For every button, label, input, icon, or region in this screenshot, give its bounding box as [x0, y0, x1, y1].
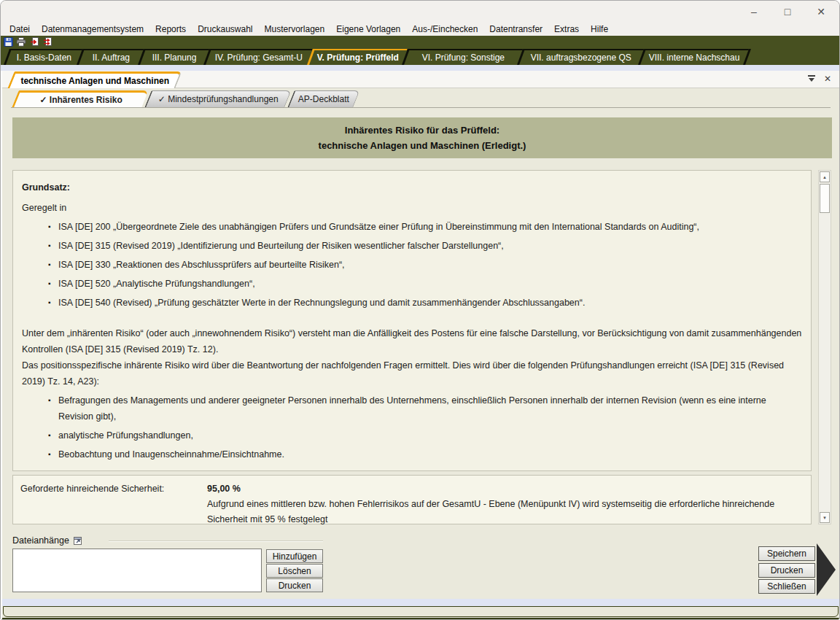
subtab-inhaerentes-risiko[interactable]: ✓ Inhärentes Risiko	[12, 90, 148, 107]
dock-menu-icon[interactable]	[807, 75, 816, 84]
tab-planung[interactable]: III. Planung	[138, 49, 209, 65]
list-item: ISA [DE] 520 „Analytische Prüfungshandlu…	[48, 276, 802, 292]
header-line2: technische Anlagen und Maschinen (Erledi…	[319, 140, 526, 151]
group-line	[109, 540, 323, 542]
title-bar: – □ ✕	[1, 1, 840, 23]
menu-eigene-vorlagen[interactable]: Eigene Vorlagen	[330, 24, 406, 34]
menu-druckauswahl[interactable]: Druckauswahl	[192, 24, 258, 34]
delete-attachment-button[interactable]: Löschen	[266, 564, 323, 578]
grundsatz-label: Grundsatz:	[22, 179, 802, 195]
list-item: Beobachtung und Inaugenscheinnahme/Einsi…	[48, 446, 802, 462]
list-item: ISA [DE] 540 (Revised) „Prüfung geschätz…	[48, 295, 802, 311]
paragraph-inhaerentes-risiko: Unter dem „inhärenten Risiko“ (oder auch…	[22, 325, 802, 357]
menu-datentransfer[interactable]: Datentransfer	[483, 24, 548, 34]
list-item: ISA [DE] 200 „Übergeordnete Ziele des un…	[48, 219, 802, 235]
tab-basis-daten[interactable]: I. Basis-Daten	[4, 49, 82, 65]
check-icon: ✓	[158, 94, 166, 104]
list-item: analytische Prüfungshandlungen,	[48, 427, 802, 443]
document-tab-strip: technische Anlagen und Maschinen ✕	[2, 71, 839, 88]
toolbar	[1, 36, 840, 47]
menu-datei[interactable]: Datei	[4, 24, 36, 34]
assurance-value: 95,00 %	[207, 481, 804, 497]
save-icon[interactable]	[3, 37, 13, 47]
assurance-description: Aufgrund eines mittleren bzw. hohen Fehl…	[207, 497, 804, 527]
procedure-list: Befragungen des Managements und anderer …	[48, 392, 802, 462]
divider-strip-bottom	[2, 599, 839, 606]
app-window: – □ ✕ Datei Datenmanagementsystem Report…	[0, 0, 840, 620]
main-tab-bar: I. Basis-Daten II. Auftrag III. Planung …	[1, 47, 840, 65]
scrollbar-thumb[interactable]	[820, 184, 830, 213]
print-button[interactable]: Drucken	[758, 563, 815, 578]
menu-datenmanagementsystem[interactable]: Datenmanagementsystem	[36, 24, 149, 34]
list-item: ISA [DE] 330 „Reaktionen des Abschlusspr…	[48, 257, 802, 273]
status-bar	[3, 606, 839, 617]
print-attachment-button[interactable]: Drucken	[266, 578, 323, 592]
subtab-ap-deckblatt[interactable]: AP-Deckblatt	[287, 90, 359, 107]
sub-tab-divider	[11, 107, 831, 108]
add-attachment-button[interactable]: Hinzufügen	[266, 549, 323, 563]
menu-reports[interactable]: Reports	[149, 24, 192, 34]
regulation-list: ISA [DE] 200 „Übergeordnete Ziele des un…	[48, 219, 802, 311]
menu-aus-einchecken[interactable]: Aus-/Einchecken	[406, 24, 483, 34]
assurance-label: Geforderte hinreichende Sicherheit:	[20, 481, 207, 518]
vertical-scrollbar[interactable]: ▲ ▼	[818, 170, 831, 524]
close-button[interactable]: ✕	[804, 1, 838, 23]
maximize-button[interactable]: □	[771, 1, 804, 23]
check-icon: ✓	[39, 95, 47, 105]
divider-strip-top	[1, 65, 840, 71]
check-in-out-icon[interactable]	[42, 37, 52, 47]
tab-pruefung-gesamt-u[interactable]: IV. Prüfung: Gesamt-U	[203, 49, 313, 65]
geregelt-in-label: Geregelt in	[22, 200, 802, 216]
attachments-label: Dateianhänge	[12, 535, 69, 546]
document-tab-technische-anlagen[interactable]: technische Anlagen und Maschinen	[7, 71, 182, 88]
print-icon[interactable]	[16, 37, 26, 47]
menu-hilfe[interactable]: Hilfe	[585, 24, 614, 34]
paragraph-positionsspezifisch: Das positionsspezifische inhärente Risik…	[22, 357, 802, 390]
content-frame: technische Anlagen und Maschinen ✕ ✓ Inh…	[1, 71, 840, 620]
attachments-listbox[interactable]	[12, 549, 262, 592]
header-line1: Inhärentes Risiko für das Prüffeld:	[345, 125, 499, 136]
tab-auftrag[interactable]: II. Auftrag	[77, 49, 144, 65]
popup-window-icon[interactable]	[73, 536, 82, 546]
list-item: Befragungen des Managements und anderer …	[48, 392, 802, 425]
scroll-up-icon[interactable]: ▲	[820, 171, 830, 182]
list-item: ISA [DE] 315 (Revised 2019) „Identifizie…	[48, 238, 802, 254]
save-button[interactable]: Speichern	[758, 546, 815, 561]
principle-text-panel: Grundsatz: Geregelt in ISA [DE] 200 „Übe…	[12, 170, 812, 471]
menu-extras[interactable]: Extras	[548, 24, 585, 34]
scroll-down-icon[interactable]: ▼	[820, 512, 830, 523]
tab-auftragsbezogene-qs[interactable]: VII. auftragsbezogene QS	[517, 49, 644, 65]
close-document-icon[interactable]: ✕	[822, 73, 833, 85]
close-form-button[interactable]: Schließen	[758, 579, 815, 594]
sub-tab-strip: ✓ Inhärentes Risiko ✓ Mindestprüfungshan…	[2, 89, 839, 107]
menu-bar: Datei Datenmanagementsystem Reports Druc…	[1, 23, 840, 36]
minimize-button[interactable]: –	[737, 1, 771, 23]
check-out-icon[interactable]	[29, 37, 39, 47]
assurance-box: Geforderte hinreichende Sicherheit: 95,0…	[12, 475, 812, 524]
expand-arrow-icon[interactable]	[817, 543, 836, 596]
subtab-mindestpruefungshandlungen[interactable]: ✓ Mindestprüfungshandlungen	[144, 90, 291, 107]
menu-mustervorlagen[interactable]: Mustervorlagen	[259, 24, 331, 34]
tab-bar-filler	[743, 49, 840, 65]
tab-pruefung-prueffeld[interactable]: V. Prüfung: Prüffeld	[307, 49, 408, 65]
tab-interne-nachschau[interactable]: VIII. interne Nachschau	[638, 49, 749, 65]
section-header: Inhärentes Risiko für das Prüffeld: tech…	[12, 117, 832, 158]
tab-pruefung-sonstige[interactable]: VI. Prüfung: Sonstige	[402, 49, 523, 65]
